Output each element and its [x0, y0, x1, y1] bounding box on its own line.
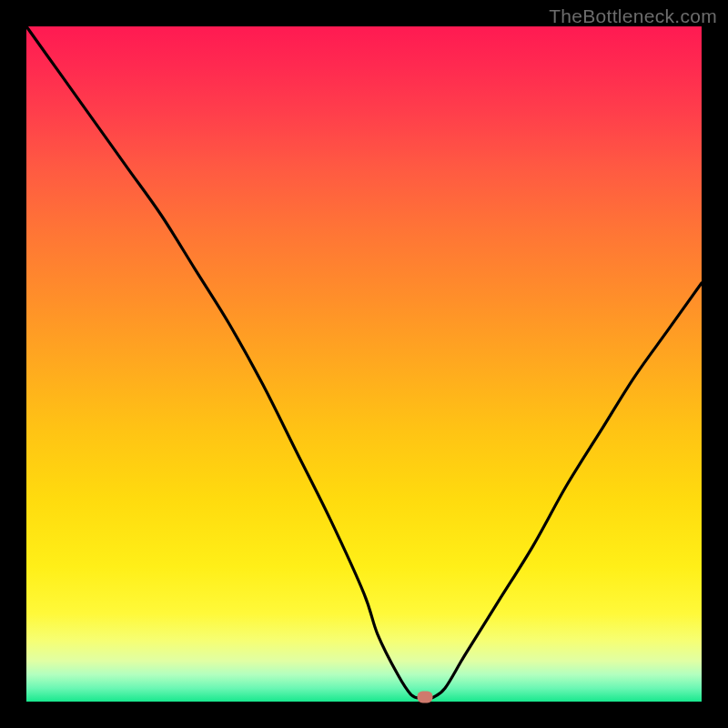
plot-area — [26, 26, 702, 702]
curve-svg — [26, 26, 702, 702]
optimal-marker — [417, 692, 432, 703]
bottleneck-curve-path — [26, 26, 702, 699]
watermark-text: TheBottleneck.com — [549, 5, 717, 27]
chart-frame: TheBottleneck.com — [0, 0, 728, 728]
